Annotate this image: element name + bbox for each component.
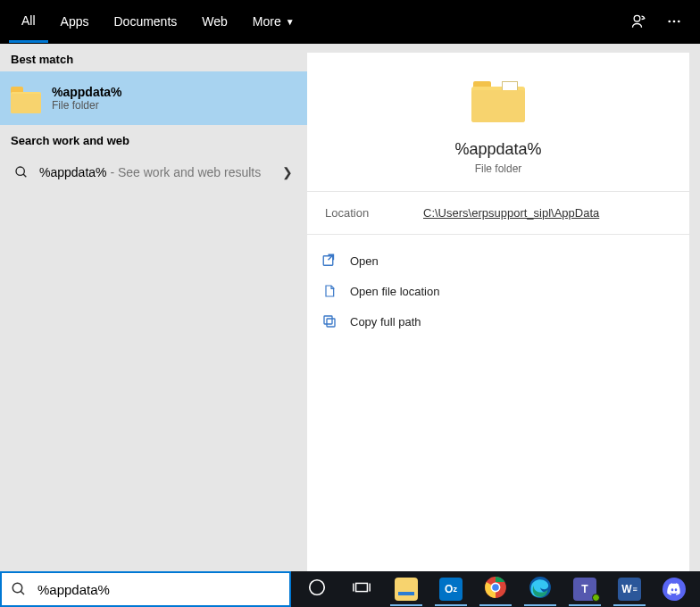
search-results-area: Best match %appdata% File folder Search … xyxy=(0,43,700,571)
more-options-icon[interactable] xyxy=(666,13,682,29)
edge-icon xyxy=(529,576,552,603)
tab-documents-label: Documents xyxy=(113,14,177,29)
file-explorer-icon xyxy=(395,578,418,601)
tab-apps-label: Apps xyxy=(61,14,89,29)
chevron-down-icon: ▼ xyxy=(286,17,295,27)
preview-card: %appdata% File folder Location C:\Users\… xyxy=(307,53,689,571)
taskbar-edge[interactable] xyxy=(520,571,561,607)
taskbar-taskview[interactable] xyxy=(341,571,382,607)
preview-title: %appdata% xyxy=(454,140,541,159)
svg-point-17 xyxy=(492,584,499,591)
tab-documents[interactable]: Documents xyxy=(101,0,189,43)
svg-rect-8 xyxy=(324,316,332,324)
best-match-title: %appdata% xyxy=(52,85,122,99)
tab-all-label: All xyxy=(21,13,36,28)
file-location-icon xyxy=(321,283,338,299)
tab-more-label: More xyxy=(253,14,281,29)
svg-point-1 xyxy=(668,21,671,23)
open-icon xyxy=(321,253,338,269)
outlook-icon: Oz xyxy=(439,578,462,601)
preview-column: %appdata% File folder Location C:\Users\… xyxy=(307,44,700,571)
folder-icon xyxy=(11,83,41,113)
search-icon xyxy=(11,581,27,597)
tab-web[interactable]: Web xyxy=(189,0,240,43)
taskbar: Oz T W≡ xyxy=(291,571,700,607)
best-match-header: Best match xyxy=(0,44,307,71)
action-copy-path[interactable]: Copy full path xyxy=(321,306,675,337)
location-row: Location C:\Users\erpsupport_sipl\AppDat… xyxy=(307,191,689,235)
search-tabs: All Apps Documents Web More▼ xyxy=(0,0,700,43)
taskview-icon xyxy=(352,578,371,601)
action-copy-path-label: Copy full path xyxy=(350,315,421,328)
tab-web-label: Web xyxy=(202,14,228,29)
tab-apps[interactable]: Apps xyxy=(48,0,102,43)
taskbar-teams[interactable]: T xyxy=(564,571,605,607)
svg-point-0 xyxy=(634,15,640,21)
word-icon: W≡ xyxy=(618,578,641,601)
teams-icon: T xyxy=(573,578,596,601)
bottom-bar: Oz T W≡ xyxy=(0,571,700,607)
chevron-right-icon: ❯ xyxy=(282,165,293,179)
taskbar-cortana[interactable] xyxy=(296,571,338,607)
tab-all[interactable]: All xyxy=(9,0,48,43)
feedback-icon[interactable] xyxy=(630,12,648,30)
action-open[interactable]: Open xyxy=(321,245,675,276)
taskbar-outlook[interactable]: Oz xyxy=(430,571,471,607)
tab-more[interactable]: More▼ xyxy=(240,0,307,43)
search-web-header: Search work and web xyxy=(0,125,307,153)
taskbar-chrome[interactable] xyxy=(475,571,516,607)
svg-point-9 xyxy=(12,583,22,593)
svg-point-4 xyxy=(16,167,24,175)
svg-line-10 xyxy=(21,591,24,595)
location-label: Location xyxy=(325,206,423,220)
action-open-location[interactable]: Open file location xyxy=(321,276,675,306)
web-result-term: %appdata% xyxy=(39,165,107,179)
search-input[interactable] xyxy=(36,581,280,598)
svg-line-5 xyxy=(23,174,26,177)
action-open-location-label: Open file location xyxy=(350,285,439,298)
folder-icon-large xyxy=(471,78,525,122)
svg-point-2 xyxy=(673,21,676,23)
web-search-result[interactable]: %appdata% - See work and web results ❯ xyxy=(0,153,307,192)
preview-subtitle: File folder xyxy=(475,162,522,175)
discord-icon xyxy=(662,578,686,601)
svg-point-11 xyxy=(310,580,325,595)
best-match-subtitle: File folder xyxy=(52,99,122,112)
chrome-icon xyxy=(484,576,507,603)
svg-rect-12 xyxy=(356,583,368,591)
search-icon xyxy=(14,165,29,179)
taskbar-discord[interactable] xyxy=(654,571,695,607)
location-path-link[interactable]: C:\Users\erpsupport_sipl\AppData xyxy=(423,206,599,220)
svg-rect-7 xyxy=(327,319,335,327)
best-match-result[interactable]: %appdata% File folder xyxy=(0,71,307,125)
action-open-label: Open xyxy=(350,254,379,268)
taskbar-word[interactable]: W≡ xyxy=(609,571,650,607)
results-list: Best match %appdata% File folder Search … xyxy=(0,44,307,571)
svg-point-3 xyxy=(678,21,680,23)
copy-icon xyxy=(321,313,338,329)
taskbar-explorer[interactable] xyxy=(386,571,427,607)
web-result-suffix: - See work and web results xyxy=(107,165,262,179)
cortana-icon xyxy=(307,578,327,601)
search-box[interactable] xyxy=(0,571,291,607)
